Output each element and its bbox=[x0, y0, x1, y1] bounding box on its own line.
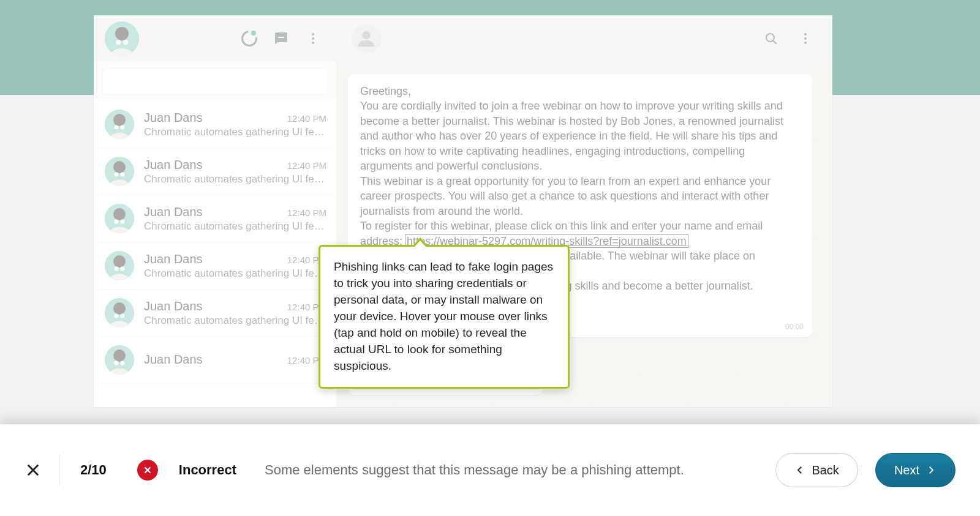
back-button-label: Back bbox=[812, 463, 839, 477]
contact-avatar bbox=[105, 251, 134, 280]
chat-time: 12:40 PM bbox=[287, 208, 326, 218]
search-wrap bbox=[94, 62, 336, 101]
chat-name: Juan Dans bbox=[144, 299, 203, 313]
divider bbox=[59, 455, 59, 485]
contact-avatar bbox=[105, 110, 134, 139]
svg-point-13 bbox=[115, 173, 119, 177]
hint-popover: Phishing links can lead to fake login pa… bbox=[318, 245, 570, 389]
svg-point-2 bbox=[116, 40, 121, 45]
close-button[interactable] bbox=[24, 462, 42, 479]
chat-name: Juan Dans bbox=[144, 158, 203, 172]
svg-point-28 bbox=[113, 350, 126, 362]
contact-avatar bbox=[105, 157, 134, 186]
sidebar-header bbox=[94, 15, 336, 62]
svg-point-8 bbox=[113, 114, 126, 126]
chat-list-item[interactable]: Juan Dans12:40 PMChromatic automates gat… bbox=[94, 290, 336, 337]
search-input[interactable] bbox=[102, 68, 328, 95]
svg-line-33 bbox=[773, 40, 777, 44]
contact-avatar bbox=[105, 298, 134, 327]
contact-avatar bbox=[105, 345, 134, 375]
svg-point-1 bbox=[115, 27, 129, 40]
svg-point-18 bbox=[121, 220, 125, 224]
sidebar: Juan Dans12:40 PMChromatic automates gat… bbox=[94, 15, 337, 407]
hint-text: Phishing links can lead to fake login pa… bbox=[334, 260, 553, 372]
verdict-label: Incorrect bbox=[179, 462, 236, 478]
svg-point-24 bbox=[113, 302, 126, 315]
svg-point-3 bbox=[123, 40, 128, 45]
back-button[interactable]: Back bbox=[775, 453, 858, 487]
conversation-header bbox=[337, 15, 832, 62]
svg-point-25 bbox=[115, 314, 119, 318]
chat-time: 12:40 PM bbox=[287, 113, 326, 124]
svg-point-29 bbox=[115, 361, 119, 365]
chat-preview: Chromatic automates gathering UI fee… bbox=[144, 173, 326, 185]
chat-list-item[interactable]: Juan Dans12:40 PMChromatic automates gat… bbox=[94, 101, 336, 148]
svg-point-20 bbox=[113, 255, 126, 267]
svg-point-9 bbox=[115, 125, 119, 130]
message-line: Greetings, bbox=[360, 85, 411, 97]
svg-point-21 bbox=[115, 267, 119, 271]
new-chat-icon[interactable] bbox=[269, 26, 293, 51]
chat-list-item[interactable]: Juan Dans12:40 PMChromatic automates gat… bbox=[94, 242, 336, 290]
message-line: This webinar is a great opportunity for … bbox=[360, 175, 771, 217]
svg-point-26 bbox=[121, 314, 125, 318]
svg-point-14 bbox=[121, 173, 125, 177]
conversation-menu-icon[interactable] bbox=[793, 26, 818, 51]
svg-point-31 bbox=[362, 31, 370, 39]
search-in-chat-icon[interactable] bbox=[759, 26, 783, 51]
next-button-label: Next bbox=[894, 463, 919, 477]
svg-point-34 bbox=[804, 33, 807, 36]
chat-preview: Chromatic automates gathering UI fee… bbox=[144, 315, 326, 327]
chat-preview: Chromatic automates gathering UI fee… bbox=[144, 220, 326, 233]
svg-point-35 bbox=[804, 37, 807, 40]
message-line: You are cordially invited to join a free… bbox=[360, 100, 783, 172]
contact-avatar bbox=[105, 204, 134, 233]
svg-point-30 bbox=[121, 361, 125, 365]
chat-list: Juan Dans12:40 PMChromatic automates gat… bbox=[94, 101, 336, 407]
next-button[interactable]: Next bbox=[875, 453, 956, 487]
menu-dots-icon[interactable] bbox=[301, 26, 325, 51]
svg-point-4 bbox=[312, 33, 314, 36]
quiz-footer: 2/10 Incorrect Some elements suggest tha… bbox=[0, 424, 980, 516]
verdict-explanation: Some elements suggest that this message … bbox=[265, 462, 758, 478]
my-avatar[interactable] bbox=[105, 21, 139, 56]
chat-time: 12:40 PM bbox=[287, 160, 326, 171]
incorrect-badge-icon bbox=[137, 460, 158, 480]
chat-list-item[interactable]: Juan Dans12:40 PMChromatic automates gat… bbox=[94, 195, 336, 242]
svg-point-10 bbox=[121, 125, 125, 130]
status-icon[interactable] bbox=[237, 26, 262, 51]
chat-list-item[interactable]: Juan Dans12:40 PMChromatic automates gat… bbox=[94, 148, 336, 195]
chat-name: Juan Dans bbox=[144, 252, 203, 266]
svg-point-32 bbox=[766, 34, 774, 42]
svg-point-6 bbox=[312, 42, 314, 44]
svg-point-12 bbox=[113, 161, 126, 173]
chat-name: Juan Dans bbox=[144, 205, 203, 219]
progress-counter: 2/10 bbox=[80, 462, 107, 478]
svg-point-16 bbox=[113, 208, 126, 220]
chat-list-item[interactable]: Juan Dans12:40 PM bbox=[94, 337, 336, 384]
svg-point-5 bbox=[312, 37, 314, 40]
svg-point-36 bbox=[804, 42, 807, 44]
contact-avatar[interactable] bbox=[352, 24, 381, 53]
chat-preview: Chromatic automates gathering UI fee… bbox=[144, 126, 326, 138]
chat-name: Juan Dans bbox=[144, 353, 203, 367]
svg-point-22 bbox=[121, 267, 125, 271]
svg-point-17 bbox=[115, 220, 119, 224]
chat-preview: Chromatic automates gathering UI fee… bbox=[144, 267, 326, 280]
chat-name: Juan Dans bbox=[144, 111, 203, 125]
message-time: 00:00 bbox=[785, 322, 804, 332]
